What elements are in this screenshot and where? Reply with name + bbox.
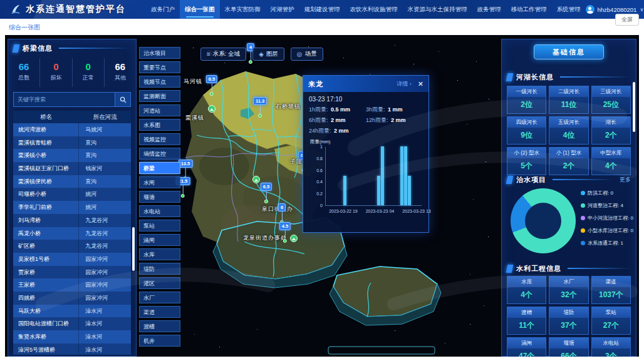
rain-metric: 24h雨量: 2 mm: [309, 127, 366, 135]
close-icon[interactable]: ✕: [418, 80, 423, 88]
table-row[interactable]: 马跃大桥漳水河: [13, 305, 131, 318]
table-row[interactable]: 吴家榜1号桥园家冲河: [13, 253, 131, 266]
layer-menu-item[interactable]: 机井: [139, 335, 180, 347]
nav-tab[interactable]: 系统管理: [552, 0, 586, 19]
card-label: 一级河长: [507, 86, 546, 97]
nav-tab[interactable]: 综合一张图: [180, 0, 220, 19]
nav-tab[interactable]: 水旱灾害防御: [220, 0, 266, 19]
nav-tab[interactable]: 规划建设管理: [299, 0, 345, 19]
layer-menu-item[interactable]: 治水项目: [139, 47, 180, 59]
legend-item: 小型水库治理工程: 0: [581, 227, 636, 234]
layer-menu-item[interactable]: 堤防: [139, 263, 180, 275]
mountain-icon[interactable]: [208, 105, 216, 113]
y-tick-label: 1: [309, 145, 323, 149]
dashboard: 仙居乡马河镇石桥驿镇栗溪镇子陵铺镇泉口街道办龙泉街道办事处 46.511.310…: [5, 35, 639, 357]
map-control-button[interactable]: ◎场景: [291, 48, 323, 61]
layer-menu-item[interactable]: 水库: [139, 248, 180, 260]
layer-menu-item[interactable]: 水系图: [139, 119, 180, 131]
table-row[interactable]: 栗溪镇小桥直沟: [13, 149, 131, 162]
card-value: 37个: [549, 318, 588, 334]
layer-menu-item[interactable]: 重要节点: [139, 61, 180, 73]
rain-marker[interactable]: 6.5: [206, 72, 217, 96]
bridge-name-cell: 四姚桥: [13, 292, 79, 305]
mountain-icon[interactable]: [290, 235, 298, 242]
rain-marker[interactable]: 6.5: [261, 180, 272, 203]
layer-menu-item[interactable]: 视频监控: [139, 133, 180, 145]
map-control-button[interactable]: ◈图层: [252, 48, 284, 61]
table-row[interactable]: 漳河5号渡槽桥漳水河: [13, 343, 131, 355]
card-value: 11个: [507, 318, 546, 334]
layer-menu-item[interactable]: 渠道: [139, 306, 180, 318]
table-row[interactable]: 贾家桥园家冲河: [13, 266, 131, 279]
layer-menu-item[interactable]: 水厂: [139, 292, 180, 303]
bridge-name-cell: 刘马湾桥: [13, 214, 79, 227]
nav-tab[interactable]: 政务门户: [146, 0, 180, 19]
layer-menu-item[interactable]: 堰塘: [139, 191, 180, 203]
table-row[interactable]: 栗溪镇青蛙桥直沟: [13, 136, 131, 150]
marker-stem: [285, 230, 286, 239]
table-row[interactable]: 王家桥园家冲河: [13, 278, 131, 292]
layer-menu-item[interactable]: 河道站: [139, 104, 180, 116]
search-input[interactable]: [13, 92, 115, 107]
card-value: 11位: [549, 97, 588, 113]
nav-tab[interactable]: 河湖管护: [266, 0, 299, 19]
river-name-cell: 九龙谷河: [79, 227, 131, 240]
river-name-cell: 漳水河: [79, 343, 131, 355]
fullscreen-button[interactable]: 全屏: [615, 14, 639, 26]
marker-value: 6.5: [261, 183, 272, 191]
nav-tab[interactable]: 水资源与水土保持管理: [403, 0, 472, 19]
layer-menu-item[interactable]: 监测断面: [139, 90, 180, 102]
basic-info-button[interactable]: 基础信息: [534, 44, 604, 59]
layer-menu-item[interactable]: 墒情监控: [139, 148, 180, 160]
layer-menu-item[interactable]: 渡槽: [139, 320, 180, 332]
search-button[interactable]: [115, 92, 131, 107]
user-menu[interactable]: hhzb42080201 ∨: [586, 5, 644, 14]
table-row[interactable]: 姚河湾渡桥马姚河: [13, 123, 131, 136]
x-tick-label: 2023-03-23 04: [366, 209, 395, 213]
nav-tab[interactable]: 移动工作管理: [506, 0, 552, 19]
marker-dot: [258, 114, 262, 118]
bridge-name-cell: 李学礼门前桥: [13, 201, 79, 214]
table-row[interactable]: 四姚桥园家冲河: [13, 292, 131, 305]
more-link[interactable]: 更多: [620, 176, 631, 184]
panel-scrollbar[interactable]: [633, 82, 635, 132]
table-row[interactable]: 刘马湾桥九龙谷河: [13, 214, 131, 227]
rain-metric-value: 2 mm: [334, 128, 349, 134]
y-tick-label: 0.2: [309, 191, 323, 196]
rain-bar: [343, 176, 346, 205]
table-scrollbar[interactable]: [132, 227, 135, 271]
layer-menu-item[interactable]: 水电站: [139, 205, 180, 217]
table-row[interactable]: 李学礼门前桥姚河: [13, 201, 131, 214]
table-row[interactable]: 栗溪镇便民桥直沟: [13, 175, 131, 188]
table-row[interactable]: 集贤水库桥漳水河: [13, 330, 131, 343]
layer-menu-item[interactable]: 泵站: [139, 220, 180, 231]
table-row[interactable]: 栗溪镇赵王家门口桥钱家河: [13, 162, 131, 175]
water-projects-title: 治水项目: [516, 175, 546, 185]
nav-tab[interactable]: 农饮水利设施管理: [345, 0, 403, 19]
bridge-name-cell: 栗溪镇青蛙桥: [13, 136, 79, 150]
layer-menu-item[interactable]: 水闸: [139, 176, 180, 188]
facility-card: 水电站3个: [591, 337, 631, 357]
rain-marker[interactable]: 4.5: [279, 219, 291, 243]
table-row[interactable]: 矿区桥九龙谷河: [13, 240, 131, 253]
basic-info-panel: 基础信息 河湖长信息 一级河长2位二级河长11位三级河长25位四级河长9位五级河…: [501, 39, 636, 357]
rain-metric-value: 2 mm: [391, 117, 406, 123]
popup-detail-link[interactable]: 详情 ›: [397, 80, 412, 88]
card-value: 47个: [507, 348, 546, 357]
table-row[interactable]: 司堰桥小桥姚河: [13, 188, 131, 201]
layer-menu-item[interactable]: 灌区: [139, 277, 180, 289]
layer-menu-item[interactable]: 视频节点: [139, 76, 180, 88]
rain-bar: [408, 176, 411, 205]
nav-tab[interactable]: 政务管理: [472, 0, 506, 19]
map-control-button[interactable]: ≡水系: 全域: [200, 48, 246, 61]
bridge-stat: 0正常: [73, 58, 105, 87]
rain-marker[interactable]: 11.3: [253, 94, 267, 118]
table-row[interactable]: 国阳电站渡槽门口桥漳水河: [13, 317, 131, 330]
bridge-name-cell: 国阳电站渡槽门口桥: [13, 317, 79, 330]
rain-chart: 雨量(mm) 00.20.40.60.81 2023-03-22 192023-…: [309, 139, 425, 220]
facility-card: 水厂32个: [549, 276, 588, 304]
table-row[interactable]: 禹龙小桥九龙谷河: [13, 227, 131, 240]
mountain-icon[interactable]: [252, 176, 260, 183]
layer-menu-item[interactable]: 桥梁: [139, 162, 180, 174]
layer-menu-item[interactable]: 涵闸: [139, 234, 180, 246]
